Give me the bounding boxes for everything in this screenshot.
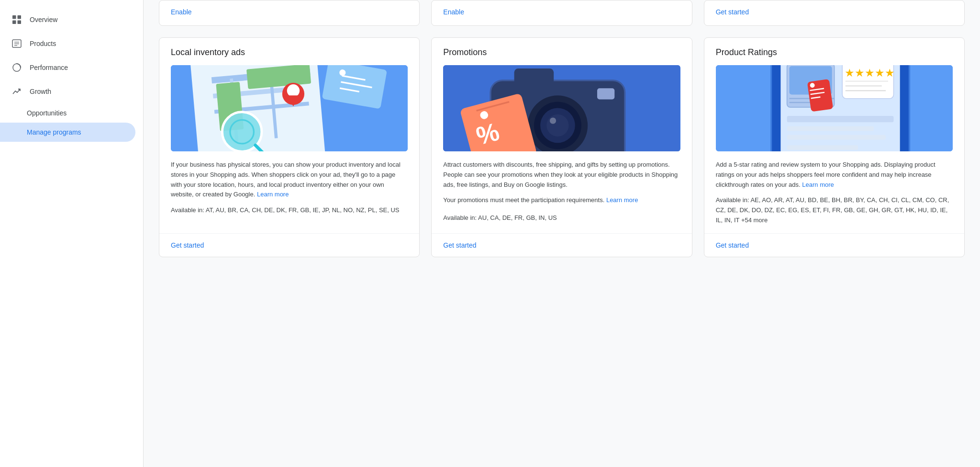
svg-rect-61	[787, 116, 893, 123]
promotions-get-started[interactable]: Get started	[443, 241, 476, 249]
sidebar: Overview Products Performance	[0, 0, 144, 467]
local-inventory-ads-footer: Get started	[159, 233, 419, 257]
promotions-learn-more-link[interactable]: Learn more	[606, 196, 638, 204]
svg-rect-32	[514, 68, 554, 84]
product-ratings-card: Product Ratings	[704, 37, 965, 257]
product-ratings-footer: Get started	[704, 233, 964, 257]
local-inventory-ads-description: If your business has physical stores, yo…	[171, 160, 408, 200]
promotions-image: %	[443, 65, 680, 151]
circle-icon	[11, 62, 22, 73]
local-inventory-available: Available in: AT, AU, BR, CA, CH, DE, DK…	[171, 205, 408, 226]
svg-rect-1	[18, 15, 22, 19]
product-ratings-title: Product Ratings	[716, 47, 953, 57]
sidebar-item-performance-label: Performance	[30, 64, 68, 71]
product-ratings-description: Add a 5-star rating and review system to…	[716, 160, 953, 190]
cards-grid: Local inventory ads	[159, 37, 965, 257]
local-inventory-ads-title: Local inventory ads	[171, 47, 408, 57]
sidebar-subitem-manage-programs-label: Manage programs	[27, 128, 81, 136]
top-partial-cards: Enable Enable Get started	[159, 0, 965, 26]
sidebar-subitem-opportunities[interactable]: Opportunities	[0, 103, 135, 123]
local-inventory-ads-get-started[interactable]: Get started	[171, 241, 204, 249]
local-inventory-learn-more-link[interactable]: Learn more	[257, 191, 289, 198]
svg-rect-64	[787, 146, 858, 150]
promotions-participation: Your promotions must meet the participat…	[443, 195, 680, 208]
svg-point-37	[550, 118, 556, 124]
promotions-title: Promotions	[443, 47, 680, 57]
svg-rect-2	[12, 21, 16, 24]
main-content: Enable Enable Get started Local inventor…	[144, 0, 980, 467]
promotions-available: Available in: AU, CA, DE, FR, GB, IN, US	[443, 213, 680, 226]
promotions-card-body: Promotions	[432, 38, 691, 233]
list-icon	[11, 38, 22, 49]
sidebar-item-overview[interactable]: Overview	[0, 8, 135, 32]
top-card-1-enable-link[interactable]: Enable	[171, 8, 192, 16]
svg-text:★★★★★: ★★★★★	[845, 67, 895, 79]
product-ratings-image: ★★★★★	[716, 65, 953, 151]
sidebar-subitem-manage-programs[interactable]: Manage programs	[0, 123, 135, 142]
sidebar-item-products[interactable]: Products	[0, 32, 135, 56]
svg-rect-63	[787, 135, 885, 140]
sidebar-subitem-opportunities-label: Opportunities	[27, 109, 67, 117]
product-ratings-get-started[interactable]: Get started	[716, 241, 749, 249]
promotions-footer: Get started	[432, 233, 691, 257]
svg-rect-3	[18, 21, 22, 24]
growth-icon	[11, 86, 22, 97]
sidebar-item-growth-label: Growth	[30, 88, 51, 95]
top-card-2: Enable	[431, 0, 692, 26]
svg-point-36	[547, 114, 569, 137]
product-ratings-learn-more-link[interactable]: Learn more	[802, 181, 834, 188]
grid-icon	[11, 14, 22, 25]
svg-rect-62	[787, 126, 874, 131]
svg-point-19	[287, 84, 300, 97]
local-inventory-ads-card: Local inventory ads	[159, 37, 420, 257]
sidebar-item-products-label: Products	[30, 40, 56, 47]
svg-rect-0	[12, 15, 16, 19]
svg-rect-38	[597, 89, 614, 100]
top-card-1: Enable	[159, 0, 420, 26]
promotions-description: Attract customers with discounts, free s…	[443, 160, 680, 190]
sidebar-item-growth[interactable]: Growth	[0, 80, 135, 103]
promotions-card: Promotions	[431, 37, 692, 257]
top-card-3: Get started	[704, 0, 965, 26]
local-inventory-ads-card-body: Local inventory ads	[159, 38, 419, 233]
top-card-2-enable-link[interactable]: Enable	[443, 8, 464, 16]
sidebar-item-performance[interactable]: Performance	[0, 56, 135, 80]
product-ratings-available: Available in: AE, AO, AR, AT, AU, BD, BE…	[716, 195, 953, 225]
top-card-3-get-started-link[interactable]: Get started	[716, 8, 749, 16]
sidebar-item-overview-label: Overview	[30, 16, 57, 23]
local-inventory-ads-image	[171, 65, 408, 151]
product-ratings-card-body: Product Ratings	[704, 38, 964, 233]
